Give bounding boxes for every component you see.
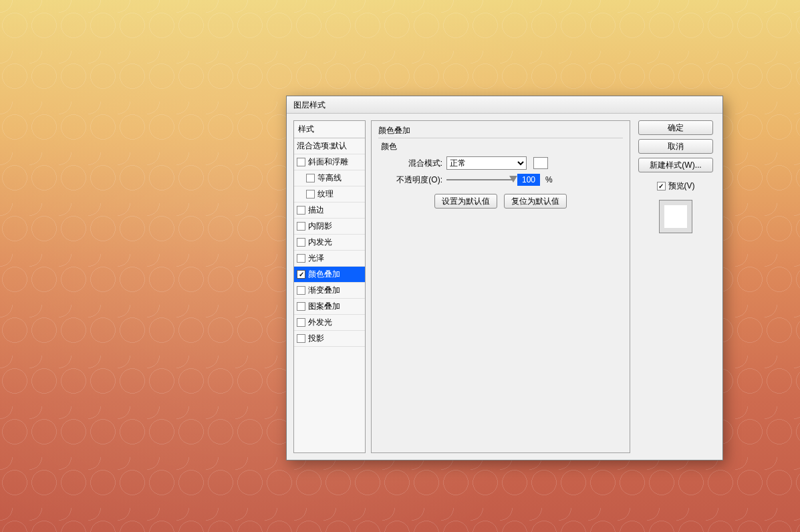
checkbox-color-overlay[interactable]: [297, 270, 305, 279]
style-item-drop-shadow[interactable]: 投影: [294, 331, 365, 347]
style-label: 投影: [308, 333, 324, 344]
preview-thumbnail: [659, 200, 692, 233]
style-item-pattern-overlay[interactable]: 图案叠加: [294, 299, 365, 315]
settings-panel: 颜色叠加 颜色 混合模式: 正常 不透明度(O):: [371, 120, 630, 453]
preview-label: 预览(V): [668, 180, 695, 192]
style-item-satin[interactable]: 光泽: [294, 251, 365, 267]
checkbox-inner-glow[interactable]: [297, 238, 305, 247]
style-label: 图案叠加: [308, 301, 340, 312]
opacity-slider[interactable]: [446, 175, 513, 184]
dialog-title[interactable]: 图层样式: [287, 96, 722, 114]
checkbox-stroke[interactable]: [297, 206, 305, 215]
checkbox-drop-shadow[interactable]: [297, 334, 305, 343]
style-item-inner-glow[interactable]: 内发光: [294, 235, 365, 251]
preview-toggle-row: 预览(V): [657, 180, 695, 192]
style-item-texture[interactable]: 纹理: [294, 186, 365, 203]
style-label: 内发光: [308, 237, 332, 248]
checkbox-texture[interactable]: [306, 190, 315, 198]
make-default-button[interactable]: 设置为默认值: [434, 194, 497, 209]
dialog-body: 样式 混合选项:默认 斜面和浮雕 等高线 纹理 描边 内阴: [287, 114, 722, 460]
style-item-gradient-overlay[interactable]: 渐变叠加: [294, 283, 365, 299]
actions-column: 确定 取消 新建样式(W)... 预览(V): [636, 120, 716, 453]
ok-button[interactable]: 确定: [638, 120, 713, 135]
style-label: 外发光: [308, 317, 332, 328]
blending-options-label: 混合选项:默认: [297, 140, 347, 152]
preview-thumbnail-inner: [664, 205, 687, 228]
group-title: 颜色: [381, 141, 623, 152]
color-group: 颜色 混合模式: 正常 不透明度(O): %: [378, 138, 623, 209]
slider-track-line: [446, 179, 513, 180]
style-label: 斜面和浮雕: [308, 156, 348, 168]
blend-mode-select[interactable]: 正常: [446, 156, 527, 170]
style-label: 渐变叠加: [308, 285, 340, 296]
styles-list-panel: 样式 混合选项:默认 斜面和浮雕 等高线 纹理 描边 内阴: [293, 120, 366, 453]
style-label: 等高线: [317, 172, 342, 184]
cancel-button[interactable]: 取消: [638, 139, 713, 154]
style-item-stroke[interactable]: 描边: [294, 203, 365, 219]
blend-mode-label: 混合模式:: [378, 158, 442, 169]
style-label: 内阴影: [308, 221, 332, 232]
blending-options-item[interactable]: 混合选项:默认: [294, 138, 365, 154]
section-title: 颜色叠加: [378, 125, 623, 136]
checkbox-pattern-overlay[interactable]: [297, 302, 305, 311]
checkbox-outer-glow[interactable]: [297, 318, 305, 327]
default-buttons-row: 设置为默认值 复位为默认值: [378, 194, 623, 209]
checkbox-inner-shadow[interactable]: [297, 222, 305, 231]
style-label: 纹理: [317, 188, 334, 200]
new-style-button[interactable]: 新建样式(W)...: [638, 158, 713, 172]
style-item-inner-shadow[interactable]: 内阴影: [294, 219, 365, 235]
checkbox-gradient-overlay[interactable]: [297, 286, 305, 295]
percent-label: %: [545, 175, 553, 184]
checkbox-contour[interactable]: [306, 174, 315, 182]
style-item-contour[interactable]: 等高线: [294, 170, 365, 186]
style-label: 描边: [308, 205, 324, 216]
color-swatch[interactable]: [533, 157, 548, 169]
styles-header[interactable]: 样式: [294, 121, 365, 138]
layer-style-dialog: 图层样式 样式 混合选项:默认 斜面和浮雕 等高线 纹理 描边: [286, 96, 723, 460]
style-item-color-overlay[interactable]: 颜色叠加: [294, 267, 365, 283]
checkbox-bevel[interactable]: [297, 158, 305, 166]
style-item-bevel[interactable]: 斜面和浮雕: [294, 154, 365, 170]
checkbox-satin[interactable]: [297, 254, 305, 263]
blend-mode-row: 混合模式: 正常: [378, 156, 623, 170]
style-label: 颜色叠加: [308, 269, 340, 280]
opacity-input[interactable]: [517, 174, 540, 186]
slider-thumb-icon[interactable]: [509, 176, 517, 182]
opacity-label: 不透明度(O):: [378, 174, 442, 186]
opacity-row: 不透明度(O): %: [378, 174, 623, 186]
preview-checkbox[interactable]: [657, 182, 666, 190]
style-item-outer-glow[interactable]: 外发光: [294, 315, 365, 331]
reset-default-button[interactable]: 复位为默认值: [504, 194, 567, 209]
style-label: 光泽: [308, 253, 324, 264]
